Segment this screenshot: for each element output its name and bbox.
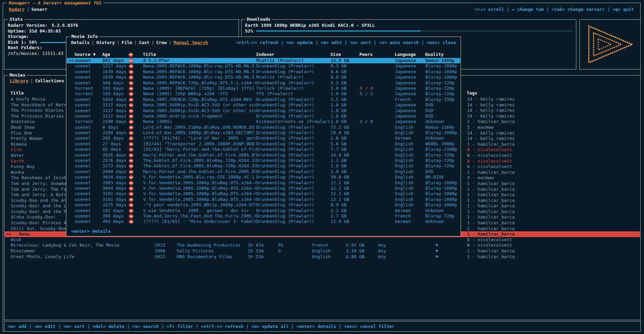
search-result-row[interactable]: torrent 2190 days Nana (2005) kickasstor… <box>67 119 460 124</box>
search-col-indexer[interactable]: Indexer <box>256 52 274 57</box>
rejected-cell <box>129 69 139 75</box>
movie-tags: 14 - kelly ramirez <box>467 102 639 108</box>
result-language: Japanese <box>395 113 425 119</box>
search-result-row[interactable]: usenet 3101 days V.for.Vendetta.2005.108… <box>67 197 460 202</box>
download-item-name: Earth 1998 1080p WEBRip x265 Hindi AAC2.… <box>245 23 375 28</box>
rejected-cell <box>129 130 139 136</box>
result-title: Harry.Potter.and.the.Goblet.of.Fire.2005… <box>143 169 256 174</box>
result-language: English <box>395 130 425 135</box>
column-header-title: Title <box>10 90 24 96</box>
search-result-row[interactable]: usenet 2689 days Harry.Potter.and.the.Go… <box>67 169 460 174</box>
result-age: 193 days <box>103 91 128 97</box>
result-indexer: DrunkenSlug (Prowlarr) <box>256 102 330 108</box>
search-col-source[interactable]: Source ▼ <box>74 52 96 57</box>
search-result-row[interactable]: usenet 3273 days The.Goblet.Of.Fire.2005… <box>67 163 460 169</box>
movie-list-row[interactable]: Minutemen 2008 Salty Pictures 1h 31m G E… <box>5 248 640 254</box>
movie-tags: 14 - kelly ramirez <box>467 113 639 119</box>
search-result-row[interactable]: torrent 193 days Nana (2005) [REPACK] [7… <box>67 86 460 91</box>
search-result-row[interactable]: usenet 2993 days V.for.Vendetta.2005.108… <box>67 180 460 186</box>
result-language: Japanese <box>395 75 425 80</box>
tab-file[interactable]: File <box>121 40 132 45</box>
rejected-cell <box>129 147 139 152</box>
movie-tags: 14 - kelly ramirez <box>467 97 639 102</box>
result-indexer: DrunkenSlug (Prowlarr) <box>256 113 330 119</box>
search-result-row[interactable]: usenet 3024 days V.for.Vendetta.2005.Blu… <box>67 174 460 180</box>
search-result-row[interactable]: usenet 1059 days Nana.2005.FRENCH.720p.B… <box>67 97 460 102</box>
tab-collections[interactable]: Collections <box>35 78 64 83</box>
managarr-screen: Managarr - A Servarr management TUI <↑↓>… <box>0 0 644 334</box>
movie-tags: 1 - hamilcar_barca <box>467 198 639 204</box>
result-indexer: Torlock (Prowlarr) <box>256 86 330 91</box>
result-language: English <box>395 180 425 186</box>
result-quality: Bluray-1080p <box>425 180 461 186</box>
result-language: English <box>395 147 425 152</box>
search-result-row[interactable]: usenet 1217 days Nana.2005.REPACK.1080p.… <box>67 63 460 69</box>
search-result-row[interactable]: usenet 1639 days Nana.2005.REPACK.1080p.… <box>67 69 460 75</box>
result-size: 11.4 GB <box>331 219 359 224</box>
search-col-age[interactable]: Age <box>102 52 110 57</box>
search-result-row[interactable]: usenet 27 days [02/44] "Transporter 2.20… <box>67 141 460 147</box>
search-col-quality[interactable]: Quality <box>425 52 444 57</box>
tab-sonarr[interactable]: Sonarr <box>31 7 47 12</box>
result-indexer: Miatrix (Prowlarr) <box>256 75 330 80</box>
search-col-peers[interactable]: Peers <box>359 52 373 57</box>
search-col-size[interactable]: Size <box>330 52 341 57</box>
result-title: Lord.of.War.2005.2160p.BluRay.UHD.REMUX.… <box>143 125 256 130</box>
search-result-row[interactable]: usenet 398 days Tom.And.Jerry.The.Fast.A… <box>67 213 460 219</box>
no-entry-icon <box>129 220 133 224</box>
tab-history[interactable]: History <box>96 40 115 45</box>
result-peers: 5 / 2 <box>360 91 394 97</box>
tab-manual-search[interactable]: Manual Search <box>174 40 208 45</box>
result-size: 5.6 GB <box>331 141 359 147</box>
search-result-row[interactable]: usenet 3064 days V.for.Vendetta.2005.108… <box>67 186 460 191</box>
tab-details[interactable]: Details <box>71 40 90 45</box>
result-age: 82 days <box>103 147 128 152</box>
search-result-row[interactable]: usenet 3117 days Nana.2005.DVDRip.XviD.A… <box>67 108 460 113</box>
search-result-row[interactable]: usenet 1639 days Nana.2005.REPACK.1080p.… <box>67 75 460 80</box>
tab-cast[interactable]: Cast <box>139 40 149 45</box>
no-entry-icon <box>129 53 133 57</box>
movie-tags: 1 - hamilcar_barca <box>467 214 639 220</box>
search-result-row[interactable]: usenet 3117 days nana.2005.dvdrip.xvid.f… <box>67 113 460 119</box>
search-result-row[interactable]: => usenet 802 days A 5.1-PTer Miatrix (P… <box>67 58 460 63</box>
result-title: Nana.2005.DVDRip.XviD.AC3-SVO (or other … <box>143 108 256 113</box>
search-result-row[interactable]: usenet 82 days [02/83] "Harry.Potter.and… <box>67 147 460 152</box>
storage-label: Storage: <box>8 34 29 40</box>
result-size: 1.0 GB <box>331 169 359 174</box>
search-result-row[interactable]: usenet 3275 days -"V pour vendetta.2005.… <box>67 202 460 208</box>
downloads-body: Earth 1998 1080p WEBRip x265 Hindi AAC2.… <box>245 23 573 34</box>
movie-quality-profile: Any <box>378 248 434 254</box>
search-result-row[interactable]: usenet 492 days (????) [01/65] - "Miss U… <box>67 219 460 224</box>
result-quality: Bluray-720p <box>425 91 461 97</box>
result-size: 2.6 GB <box>331 135 359 141</box>
tab-radarr[interactable]: Radarr <box>9 7 25 12</box>
search-result-row[interactable]: usenet 2576 days The.Goblet.Of.Fire.2005… <box>67 158 460 163</box>
no-entry-icon <box>129 142 133 146</box>
search-result-row[interactable]: usenet 3194 days Lord.of.War.2005.1080p.… <box>67 130 460 135</box>
movie-list-row[interactable]: Miraculous: Ladybug & Cat Noir, The Movi… <box>5 243 640 248</box>
no-entry-icon <box>129 114 133 119</box>
search-result-row[interactable]: usenet 3101 days V.for.Vendetta.2005.108… <box>67 191 460 196</box>
search-result-row[interactable]: usenet 3117 days Nana.2005.DVDRip.XviD.A… <box>67 102 460 108</box>
search-col-language[interactable]: Language <box>395 52 416 57</box>
search-result-row[interactable]: usenet 2916 days Harry.Potter.and.the.Go… <box>67 152 460 158</box>
result-quality: Bluray-1080p <box>425 191 461 196</box>
result-title: Nana.2005.DVDRip.XviD.AC3-SVO (or other … <box>143 102 256 108</box>
search-result-row[interactable]: usenet 192 days V wie Vendetta - 2005 - … <box>67 208 460 213</box>
result-indexer: DrunkenSlug (Prowlarr) <box>256 180 330 186</box>
result-age: 2916 days <box>103 152 128 158</box>
search-result-row[interactable]: usenet 508 days Nana.2005.REPACK.720p.Bl… <box>67 80 460 86</box>
no-entry-icon <box>129 181 133 185</box>
result-age: 3194 days <box>103 130 128 135</box>
search-result-row[interactable]: usenet 0 days Lord.of.War.2005.2160p.Blu… <box>67 125 460 130</box>
tab-crew[interactable]: Crew <box>156 40 167 45</box>
tab-library[interactable]: Library <box>10 78 28 83</box>
result-language: French <box>395 97 425 102</box>
search-col-title[interactable]: Title <box>143 52 156 57</box>
search-result-row[interactable]: usenet 285 days (????) [01/34] - "Lord o… <box>67 135 460 141</box>
rejected-cell <box>129 135 139 141</box>
result-size: 2.1 GB <box>331 208 359 213</box>
movie-list-row[interactable]: Great Photo, Lovely Life 2023 HBO Docume… <box>5 254 640 260</box>
movie-list-row[interactable]: Wish 8 - nicolecolvett <box>5 237 640 243</box>
search-result-row[interactable]: torrent 193 days Nana (2005) 720p BRRip … <box>67 91 460 97</box>
